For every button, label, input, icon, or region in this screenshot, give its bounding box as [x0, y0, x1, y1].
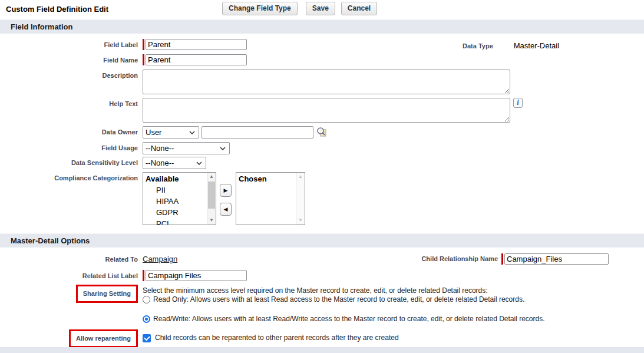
- field-information-section-header: Field Information: [0, 19, 644, 34]
- compliance-chosen-listbox[interactable]: Chosen ▲ ▼: [236, 172, 305, 225]
- allow-reparenting-label-cell: Allow reparenting: [0, 329, 138, 348]
- list-item[interactable]: GDPR: [146, 207, 216, 218]
- field-usage-label: Field Usage: [0, 142, 138, 152]
- data-type-label: Data Type: [463, 42, 493, 50]
- list-item[interactable]: PCI: [146, 218, 216, 225]
- save-button[interactable]: Save: [306, 2, 335, 15]
- data-sensitivity-select[interactable]: --None--: [143, 157, 206, 169]
- bottom-section-bar: [0, 347, 644, 353]
- compliance-available-listbox[interactable]: Available PII HIPAA GDPR PCI ▲ ▼: [143, 172, 216, 225]
- data-owner-lookup-input[interactable]: [202, 126, 313, 138]
- child-relationship-name-label: Child Relationship Name: [412, 255, 498, 263]
- move-right-button[interactable]: ▶: [220, 184, 232, 197]
- chevron-down-icon: [189, 131, 195, 134]
- available-list-scrollbar[interactable]: ▲ ▼: [207, 173, 216, 225]
- sharing-setting-annotation-box: Sharing Setting: [76, 285, 138, 303]
- allow-reparenting-label: Allow reparenting: [76, 335, 131, 342]
- data-type-value: Master-Detail: [514, 41, 559, 50]
- related-list-label-input[interactable]: [146, 270, 247, 281]
- data-sensitivity-label: Data Sensitivity Level: [0, 157, 138, 167]
- data-owner-type-select[interactable]: User: [143, 126, 199, 138]
- chosen-list-scrollbar: ▲ ▼: [296, 173, 305, 225]
- required-indicator: [501, 253, 503, 265]
- allow-reparenting-row: Allow reparenting Child records can be r…: [0, 329, 644, 348]
- data-type-row: Data Type Master-Detail: [463, 41, 559, 50]
- read-write-radio-label: Read/Write: Allows users with at least R…: [153, 315, 545, 324]
- required-indicator: [143, 270, 144, 281]
- field-label-input[interactable]: [146, 39, 247, 50]
- field-name-input[interactable]: [146, 54, 247, 65]
- compliance-categorization-row: Compliance Categorization Available PII …: [0, 172, 644, 225]
- data-owner-label: Data Owner: [0, 126, 138, 136]
- toolbar: Change Field Type Save Cancel: [222, 2, 377, 15]
- field-name-row: Field Name: [0, 54, 644, 65]
- description-row: Description: [0, 70, 644, 94]
- data-sensitivity-row: Data Sensitivity Level --None--: [0, 157, 644, 169]
- description-textarea[interactable]: [143, 70, 510, 94]
- data-owner-selected-value: User: [146, 128, 161, 137]
- move-left-button[interactable]: ◀: [220, 203, 232, 216]
- master-detail-section: Related To Campaign Child Relationship N…: [0, 248, 644, 348]
- read-only-radio-label: Read Only: Allows users with at least Re…: [153, 295, 524, 304]
- read-only-option: Read Only: Allows users with at least Re…: [143, 295, 545, 304]
- read-write-option: Read/Write: Allows users with at least R…: [143, 315, 545, 324]
- right-arrow-icon: ▶: [224, 187, 228, 193]
- scroll-up-icon: ▲: [296, 173, 305, 181]
- data-sensitivity-selected-value: --None--: [146, 159, 174, 167]
- change-field-type-button[interactable]: Change Field Type: [222, 2, 298, 15]
- field-information-section: Field Label Field Name Description Help …: [0, 34, 644, 233]
- field-name-label: Field Name: [0, 54, 138, 64]
- allow-reparenting-annotation-box: Allow reparenting: [69, 329, 138, 348]
- read-write-radio[interactable]: [143, 315, 150, 323]
- required-indicator: [143, 39, 144, 50]
- related-list-label-row: Related List Label: [0, 270, 644, 281]
- sharing-setting-label: Sharing Setting: [83, 290, 131, 297]
- scroll-down-icon[interactable]: ▼: [207, 216, 216, 225]
- field-usage-row: Field Usage --None--: [0, 142, 644, 154]
- field-information-section-title: Field Information: [11, 22, 72, 31]
- left-arrow-icon: ◀: [224, 206, 228, 212]
- help-text-info-icon[interactable]: i: [513, 98, 523, 108]
- scrollbar-thumb[interactable]: [208, 182, 215, 209]
- scroll-up-icon[interactable]: ▲: [207, 173, 216, 181]
- field-usage-select[interactable]: --None--: [143, 142, 230, 154]
- page-header: Custom Field Definition Edit Change Fiel…: [0, 0, 644, 18]
- cancel-button[interactable]: Cancel: [341, 2, 377, 15]
- chevron-down-icon: [196, 161, 202, 165]
- help-text-row: Help Text i: [0, 98, 644, 123]
- chosen-list-header: Chosen: [239, 173, 305, 184]
- page-title: Custom Field Definition Edit: [6, 5, 108, 14]
- help-text-label: Help Text: [0, 98, 138, 108]
- related-to-link[interactable]: Campaign: [143, 255, 177, 264]
- related-list-label-label: Related List Label: [0, 270, 138, 280]
- field-usage-selected-value: --None--: [146, 144, 174, 153]
- list-item[interactable]: PII: [146, 184, 216, 196]
- related-to-label: Related To: [0, 255, 138, 263]
- child-relationship-name-row: Child Relationship Name: [412, 253, 609, 265]
- data-owner-row: Data Owner User: [0, 126, 644, 138]
- chevron-down-icon: [220, 147, 226, 150]
- master-detail-section-title: Master-Detail Options: [11, 236, 90, 245]
- compliance-categorization-label: Compliance Categorization: [0, 172, 138, 182]
- list-item[interactable]: HIPAA: [146, 196, 216, 207]
- field-label-label: Field Label: [0, 39, 138, 49]
- help-text-textarea[interactable]: [143, 98, 510, 123]
- sharing-setting-label-cell: Sharing Setting: [0, 285, 138, 303]
- read-only-radio[interactable]: [143, 296, 150, 303]
- scroll-down-icon: ▼: [296, 216, 305, 225]
- description-label: Description: [0, 70, 138, 80]
- lookup-magnifier-icon[interactable]: [316, 126, 328, 138]
- available-list-header: Available: [146, 173, 216, 184]
- child-relationship-name-input[interactable]: [504, 253, 609, 265]
- required-indicator: [143, 54, 144, 65]
- sharing-setting-row: Sharing Setting Select the minimum acces…: [0, 285, 644, 324]
- sharing-setting-intro: Select the minimum access level required…: [143, 286, 545, 295]
- allow-reparenting-checkbox[interactable]: [143, 334, 151, 342]
- master-detail-section-header: Master-Detail Options: [0, 233, 644, 248]
- allow-reparenting-checkbox-label: Child records can be reparented to other…: [155, 334, 399, 342]
